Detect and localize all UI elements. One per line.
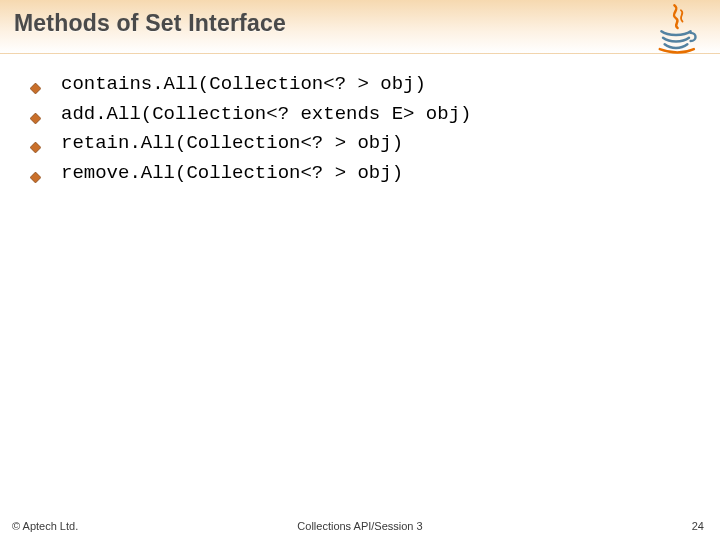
java-logo-icon	[650, 2, 702, 54]
page-number: 24	[692, 520, 704, 532]
method-signature: contains.All(Collection<? > obj)	[61, 72, 426, 98]
diamond-bullet-icon	[30, 137, 41, 159]
content-area: contains.All(Collection<? > obj) add.All…	[0, 54, 720, 188]
slide: Methods of Set Interface contains.Al	[0, 0, 720, 540]
title-bar: Methods of Set Interface	[0, 0, 720, 54]
diamond-bullet-icon	[30, 167, 41, 189]
diamond-bullet-icon	[30, 78, 41, 100]
list-item: remove.All(Collection<? > obj)	[30, 161, 700, 189]
svg-rect-2	[30, 142, 41, 153]
svg-rect-0	[30, 83, 41, 94]
diamond-bullet-icon	[30, 108, 41, 130]
slide-title: Methods of Set Interface	[14, 10, 706, 37]
method-signature: retain.All(Collection<? > obj)	[61, 131, 403, 157]
method-signature: remove.All(Collection<? > obj)	[61, 161, 403, 187]
list-item: retain.All(Collection<? > obj)	[30, 131, 700, 159]
list-item: add.All(Collection<? extends E> obj)	[30, 102, 700, 130]
session-text: Collections API/Session 3	[297, 520, 422, 532]
copyright-text: © Aptech Ltd.	[12, 520, 78, 532]
svg-rect-1	[30, 113, 41, 124]
svg-rect-3	[30, 172, 41, 183]
list-item: contains.All(Collection<? > obj)	[30, 72, 700, 100]
method-signature: add.All(Collection<? extends E> obj)	[61, 102, 471, 128]
